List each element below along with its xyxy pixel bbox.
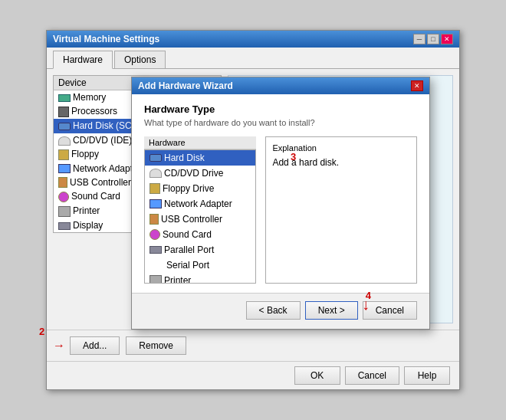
sound-icon — [58, 192, 69, 202]
cpu-icon — [58, 107, 69, 117]
hw-list: Hard DiskCD/DVD DriveFloppy DriveNetwork… — [144, 149, 256, 284]
explanation-box: Explanation Add a hard disk. — [265, 136, 417, 284]
network-icon — [58, 164, 71, 173]
printer-icon — [150, 275, 162, 284]
hw-item[interactable]: CD/DVD Drive — [145, 166, 255, 181]
label-2-annotation: 2 — [39, 326, 44, 337]
hw-list-container: Hardware Hard DiskCD/DVD DriveFloppy Dri… — [144, 136, 256, 284]
hw-item[interactable]: Printer — [145, 273, 255, 284]
explanation-header: Explanation — [272, 143, 410, 153]
hw-item[interactable]: Hard Disk — [145, 150, 255, 166]
hw-item-label: Hard Disk — [164, 153, 205, 163]
hdd-icon — [58, 123, 71, 130]
hw-item[interactable]: Serial Port — [145, 258, 255, 273]
network-icon — [150, 199, 162, 208]
hw-item-label: Parallel Port — [164, 244, 214, 255]
wizard-close-button[interactable]: ✕ — [411, 80, 423, 91]
hw-item-label: CD/DVD Drive — [164, 168, 223, 179]
cancel-button[interactable]: Cancel — [345, 366, 399, 385]
wizard-header: Hardware Type — [144, 103, 417, 115]
add-hardware-wizard: Add Hardware Wizard ✕ Hardware Type What… — [131, 77, 430, 330]
usb-icon — [58, 177, 67, 188]
wizard-title-bar: Add Hardware Wizard ✕ — [132, 77, 429, 94]
tab-hardware[interactable]: Hardware — [53, 51, 113, 69]
title-bar-controls: ─ □ ✕ — [413, 34, 453, 44]
ok-cancel-row: OK Cancel Help — [47, 361, 459, 389]
floppy-icon — [58, 149, 69, 160]
add-button[interactable]: Add... — [70, 336, 120, 355]
usb-icon — [150, 214, 159, 225]
hw-item-label: Sound Card — [163, 229, 212, 240]
floppy-icon — [150, 183, 160, 194]
virtual-machine-settings-window: Virtual Machine Settings ─ □ ✕ Hardware … — [46, 30, 460, 390]
minimize-button[interactable]: ─ — [413, 34, 426, 44]
wizard-body: Hardware Type What type of hardware do y… — [132, 94, 429, 293]
close-button[interactable]: ✕ — [441, 34, 453, 44]
remove-button[interactable]: Remove — [126, 336, 186, 355]
parallel-icon — [58, 222, 71, 230]
bottom-buttons: → Add... 2 Remove — [47, 330, 459, 361]
help-button[interactable]: Help — [404, 366, 450, 385]
hw-item[interactable]: Floppy Drive — [145, 181, 255, 196]
hw-item[interactable]: Sound Card — [145, 227, 255, 242]
parallel-icon — [150, 246, 162, 254]
maximize-button[interactable]: □ — [427, 34, 439, 44]
wizard-cancel-button[interactable]: Cancel — [363, 301, 417, 320]
hw-columns: Hardware Hard DiskCD/DVD DriveFloppy Dri… — [144, 136, 417, 284]
wizard-subheader: What type of hardware do you want to ins… — [144, 118, 417, 127]
arrow-2-annotation: → — [53, 339, 65, 353]
hw-item-label: Network Adapter — [164, 199, 232, 209]
ok-button[interactable]: OK — [294, 366, 340, 385]
hw-item-label: Floppy Drive — [163, 183, 214, 194]
hdd-icon — [150, 154, 162, 162]
hw-list-header: Hardware — [144, 136, 256, 149]
wizard-title: Add Hardware Wizard — [138, 80, 233, 91]
window-title: Virtual Machine Settings — [53, 34, 159, 44]
back-button[interactable]: < Back — [246, 301, 301, 320]
wizard-footer: < Back Next > Cancel — [132, 293, 429, 329]
hw-item-label: Printer — [164, 275, 191, 284]
tab-options[interactable]: Options — [114, 51, 166, 68]
sound-icon — [150, 229, 160, 240]
explanation-text: Add a hard disk. — [272, 157, 410, 168]
serial-icon — [150, 260, 162, 271]
printer-icon — [58, 206, 71, 217]
next-button[interactable]: Next > — [305, 301, 358, 320]
memory-icon — [58, 94, 71, 102]
dvd-icon — [58, 136, 71, 146]
hw-item[interactable]: USB Controller — [145, 212, 255, 227]
tab-bar: Hardware Options — [47, 48, 459, 69]
title-bar: Virtual Machine Settings ─ □ ✕ — [47, 31, 459, 48]
dvd-icon — [150, 169, 162, 178]
hw-item-label: USB Controller — [161, 214, 222, 225]
hw-item[interactable]: Network Adapter — [145, 196, 255, 212]
hw-item[interactable]: Parallel Port — [145, 242, 255, 258]
hw-item-label: Serial Port — [166, 260, 209, 271]
